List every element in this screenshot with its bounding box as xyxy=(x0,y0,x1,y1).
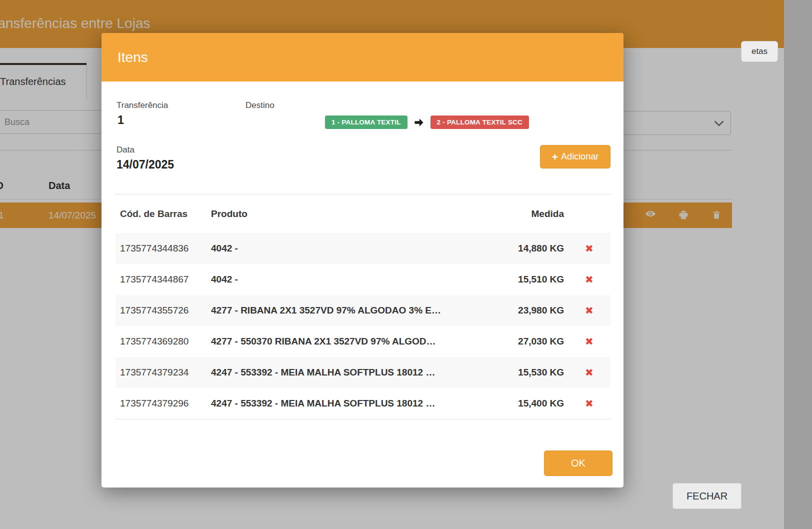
item-barcode: 1735774344867 xyxy=(116,274,211,285)
item-row: 1735774355726 4277 - RIBANA 2X1 3527VD 9… xyxy=(116,295,610,326)
remove-item-button[interactable]: ✖ xyxy=(582,398,596,409)
item-barcode: 1735774379234 xyxy=(116,367,211,378)
item-row: 1735774344836 4042 - 14,880 KG ✖ xyxy=(116,233,610,264)
header-produto: Produto xyxy=(211,208,483,220)
items-table-body: 1735774344836 4042 - 14,880 KG ✖ 1735774… xyxy=(116,233,610,419)
modal-header: Itens xyxy=(102,33,624,82)
item-medida: 14,880 KG xyxy=(483,243,568,254)
item-produto: 4277 - RIBANA 2X1 3527VD 97% ALGODAO 3% … xyxy=(211,305,483,316)
remove-item-button[interactable]: ✖ xyxy=(582,274,596,285)
item-produto: 4277 - 550370 RIBANA 2X1 3527VD 97% ALGO… xyxy=(211,336,483,347)
destination-store-badge: 2 - PALLOMA TEXTIL SCC xyxy=(430,116,529,129)
item-row: 1735774344867 4042 - 15,510 KG ✖ xyxy=(116,264,610,295)
remove-item-button[interactable]: ✖ xyxy=(582,336,596,347)
adicionar-label: Adicionar xyxy=(561,152,598,162)
item-row: 1735774379296 4247 - 553392 - MEIA MALHA… xyxy=(116,388,610,419)
item-row: 1735774379234 4247 - 553392 - MEIA MALHA… xyxy=(116,357,610,388)
remove-item-button[interactable]: ✖ xyxy=(582,243,596,254)
header-medida: Medida xyxy=(483,208,568,220)
origin-store-badge: 1 - PALLOMA TEXTIL xyxy=(325,116,408,129)
item-barcode: 1735774379296 xyxy=(116,398,211,409)
destino-badges: 1 - PALLOMA TEXTIL 2 - PALLOMA TEXTIL SC… xyxy=(325,116,529,129)
data-label: Data xyxy=(116,145,134,155)
item-medida: 15,530 KG xyxy=(483,367,568,378)
plus-icon: + xyxy=(552,152,558,162)
itens-modal: Itens Transferência 1 Destino 1 - PALLOM… xyxy=(102,33,624,488)
modal-footer: OK xyxy=(102,420,624,476)
adicionar-button[interactable]: + Adicionar xyxy=(540,145,610,168)
modal-info-section: Transferência 1 Destino 1 - PALLOMA TEXT… xyxy=(102,82,624,194)
arrow-right-icon xyxy=(413,116,425,128)
item-produto: 4247 - 553392 - MEIA MALHA SOFTPLUS 1801… xyxy=(211,398,483,409)
item-barcode: 1735774369280 xyxy=(116,336,211,347)
remove-item-button[interactable]: ✖ xyxy=(582,367,596,378)
remove-item-button[interactable]: ✖ xyxy=(582,305,596,316)
item-produto: 4042 - xyxy=(211,274,483,285)
item-medida: 15,400 KG xyxy=(483,398,568,409)
data-value: 14/07/2025 xyxy=(116,158,174,172)
ok-button[interactable]: OK xyxy=(544,450,612,476)
etiquetas-button[interactable]: etas xyxy=(741,41,778,62)
destino-label: Destino xyxy=(246,100,274,110)
header-barcode: Cód. de Barras xyxy=(116,208,211,220)
items-table-header: Cód. de Barras Produto Medida xyxy=(116,194,610,233)
item-row: 1735774369280 4277 - 550370 RIBANA 2X1 3… xyxy=(116,326,610,357)
item-medida: 27,030 KG xyxy=(483,336,568,347)
item-barcode: 1735774344836 xyxy=(116,243,211,254)
item-produto: 4247 - 553392 - MEIA MALHA SOFTPLUS 1801… xyxy=(211,367,483,378)
fechar-button[interactable]: FECHAR xyxy=(672,483,742,509)
item-medida: 15,510 KG xyxy=(483,274,568,285)
item-medida: 23,980 KG xyxy=(483,305,568,316)
modal-title: Itens xyxy=(118,50,148,66)
item-produto: 4042 - xyxy=(211,243,483,254)
item-barcode: 1735774355726 xyxy=(116,305,211,316)
transferencia-label: Transferência xyxy=(116,100,168,110)
items-table: Cód. de Barras Produto Medida 1735774344… xyxy=(116,194,610,419)
transferencia-value: 1 xyxy=(118,114,124,127)
